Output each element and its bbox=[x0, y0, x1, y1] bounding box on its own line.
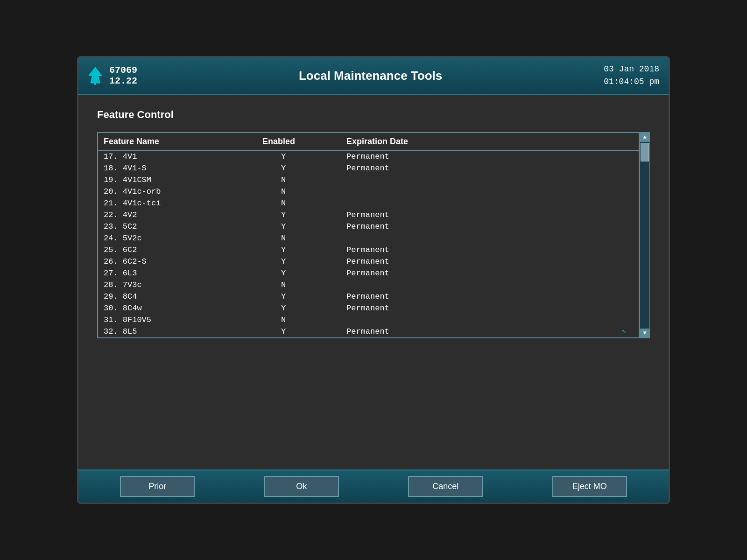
feature-name-cell: 17. 4V1 bbox=[104, 152, 262, 161]
enabled-cell: Y bbox=[262, 222, 346, 231]
enabled-cell: Y bbox=[262, 164, 346, 173]
table-header: Feature Name Enabled Expiration Date bbox=[98, 133, 639, 151]
feature-name-cell: 22. 4V2 bbox=[104, 210, 262, 219]
enabled-cell: N bbox=[262, 187, 346, 196]
header-datetime: 03 Jan 2018 01:04:05 pm bbox=[604, 63, 659, 88]
table-body: 17. 4V1YPermanent18. 4V1-SYPermanent19. … bbox=[98, 151, 639, 337]
enabled-cell: Y bbox=[262, 269, 346, 278]
table-row: 26. 6C2-SYPermanent bbox=[98, 256, 639, 267]
app-logo bbox=[88, 66, 103, 85]
feature-name-cell: 32. 8L5 bbox=[104, 327, 262, 336]
ok-button[interactable]: Ok bbox=[264, 476, 339, 497]
expiration-cell: Permanent bbox=[346, 257, 633, 266]
scrollbar-thumb[interactable] bbox=[641, 143, 649, 161]
enabled-cell: Y bbox=[262, 327, 346, 336]
eject-mo-button[interactable]: Eject MO bbox=[552, 476, 627, 497]
prior-button[interactable]: Prior bbox=[120, 476, 195, 497]
enabled-cell: N bbox=[262, 280, 346, 289]
table-row: 29. 8C4YPermanent bbox=[98, 291, 639, 302]
expiration-cell: Permanent bbox=[346, 269, 633, 278]
svg-marker-0 bbox=[89, 67, 102, 83]
expiration-cell: Permanent bbox=[346, 327, 633, 336]
table-row: 23. 5C2YPermanent bbox=[98, 221, 639, 232]
enabled-cell: Y bbox=[262, 292, 346, 301]
enabled-cell: Y bbox=[262, 152, 346, 161]
table-row: 19. 4V1CSMN bbox=[98, 174, 639, 186]
feature-name-cell: 20. 4V1c-orb bbox=[104, 187, 262, 196]
table-row: 27. 6L3YPermanent bbox=[98, 267, 639, 279]
table-row: 31. 8F10V5N bbox=[98, 314, 639, 326]
section-title: Feature Control bbox=[97, 109, 650, 121]
feature-name-cell: 23. 5C2 bbox=[104, 222, 262, 231]
table-row: 25. 6C2YPermanent bbox=[98, 244, 639, 256]
feature-name-cell: 31. 8F10V5 bbox=[104, 315, 262, 324]
table-row: 32. 8L5YPermanent bbox=[98, 326, 639, 337]
cancel-button[interactable]: Cancel bbox=[408, 476, 483, 497]
table-row: 24. 5V2cN bbox=[98, 232, 639, 244]
header-id: 67069 12.22 bbox=[109, 65, 137, 86]
scrollbar-up-button[interactable]: ▲ bbox=[640, 133, 649, 142]
enabled-cell: Y bbox=[262, 245, 346, 254]
scrollbar[interactable]: ▲ ▼ bbox=[640, 132, 650, 338]
expiration-cell bbox=[346, 280, 633, 289]
table-row: 30. 8C4wYPermanent bbox=[98, 302, 639, 314]
enabled-cell: Y bbox=[262, 210, 346, 219]
table-row: 21. 4V1c-tciN bbox=[98, 197, 639, 209]
expiration-cell bbox=[346, 234, 633, 243]
enabled-cell: N bbox=[262, 199, 346, 208]
cursor-indicator: ↖ bbox=[622, 326, 627, 336]
feature-name-cell: 18. 4V1-S bbox=[104, 164, 262, 173]
feature-name-cell: 21. 4V1c-tci bbox=[104, 199, 262, 208]
table-row: 17. 4V1YPermanent bbox=[98, 151, 639, 162]
feature-name-cell: 19. 4V1CSM bbox=[104, 175, 262, 184]
system-id: 67069 bbox=[109, 65, 137, 76]
expiration-cell: Permanent bbox=[346, 210, 633, 219]
feature-name-cell: 26. 6C2-S bbox=[104, 257, 262, 266]
header-time: 01:04:05 pm bbox=[604, 76, 659, 88]
main-screen: 67069 12.22 Local Maintenance Tools 03 J… bbox=[77, 56, 670, 504]
col-enabled: Enabled bbox=[262, 137, 346, 147]
expiration-cell: Permanent bbox=[346, 164, 633, 173]
header-left: 67069 12.22 bbox=[88, 65, 137, 86]
svg-rect-1 bbox=[94, 83, 96, 85]
col-feature-name: Feature Name bbox=[104, 137, 262, 147]
feature-name-cell: 29. 8C4 bbox=[104, 292, 262, 301]
feature-name-cell: 27. 6L3 bbox=[104, 269, 262, 278]
table-row: 20. 4V1c-orbN bbox=[98, 186, 639, 197]
main-content: Feature Control Feature Name Enabled Exp… bbox=[78, 95, 669, 469]
scrollbar-track bbox=[640, 142, 649, 329]
col-expiration: Expiration Date bbox=[346, 137, 633, 147]
enabled-cell: Y bbox=[262, 257, 346, 266]
scrollbar-down-button[interactable]: ▼ bbox=[640, 329, 649, 338]
header-title: Local Maintenance Tools bbox=[299, 69, 442, 83]
expiration-cell: Permanent bbox=[346, 222, 633, 231]
expiration-cell: Permanent bbox=[346, 304, 633, 313]
expiration-cell: Permanent bbox=[346, 245, 633, 254]
footer: Prior Ok Cancel Eject MO bbox=[78, 469, 669, 503]
header-date: 03 Jan 2018 bbox=[604, 63, 659, 76]
expiration-cell: Permanent bbox=[346, 292, 633, 301]
expiration-cell bbox=[346, 175, 633, 184]
expiration-cell bbox=[346, 187, 633, 196]
table-row: 22. 4V2YPermanent bbox=[98, 209, 639, 221]
system-version: 12.22 bbox=[109, 76, 137, 86]
enabled-cell: Y bbox=[262, 304, 346, 313]
header: 67069 12.22 Local Maintenance Tools 03 J… bbox=[78, 57, 669, 95]
table-row: 18. 4V1-SYPermanent bbox=[98, 162, 639, 174]
enabled-cell: N bbox=[262, 175, 346, 184]
feature-name-cell: 25. 6C2 bbox=[104, 245, 262, 254]
feature-name-cell: 24. 5V2c bbox=[104, 234, 262, 243]
feature-table-container: Feature Name Enabled Expiration Date 17.… bbox=[97, 132, 650, 338]
feature-table: Feature Name Enabled Expiration Date 17.… bbox=[97, 132, 640, 338]
expiration-cell bbox=[346, 199, 633, 208]
table-row: 28. 7V3cN bbox=[98, 279, 639, 291]
enabled-cell: N bbox=[262, 315, 346, 324]
feature-name-cell: 30. 8C4w bbox=[104, 304, 262, 313]
expiration-cell: Permanent bbox=[346, 152, 633, 161]
feature-name-cell: 28. 7V3c bbox=[104, 280, 262, 289]
enabled-cell: N bbox=[262, 234, 346, 243]
expiration-cell bbox=[346, 315, 633, 324]
